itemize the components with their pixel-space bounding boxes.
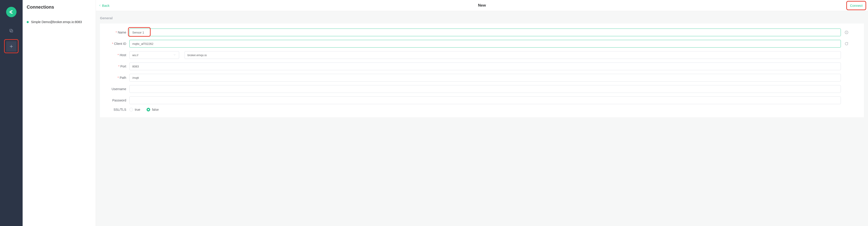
label-host: Host xyxy=(107,53,129,57)
path-input[interactable] xyxy=(129,74,841,82)
connection-label: Simple Demo@broker.emqx.io:8083 xyxy=(31,20,82,24)
logo-icon xyxy=(8,9,14,15)
ssl-true-radio[interactable]: true xyxy=(129,108,140,111)
ssl-false-radio[interactable]: false xyxy=(147,108,159,111)
nav-rail xyxy=(0,0,23,226)
username-input[interactable] xyxy=(129,85,841,93)
connection-item[interactable]: Simple Demo@broker.emqx.io:8083 xyxy=(27,19,92,25)
app-logo xyxy=(6,7,17,17)
topbar: Back New Connect xyxy=(96,0,868,11)
page-title: New xyxy=(478,3,486,8)
refresh-clientid-button[interactable] xyxy=(843,42,850,46)
svg-rect-0 xyxy=(10,30,13,32)
port-input[interactable] xyxy=(129,62,841,70)
label-ssl: SSL/TLS xyxy=(107,108,129,111)
clientid-input[interactable] xyxy=(129,40,841,48)
password-input[interactable] xyxy=(129,96,841,104)
chevron-left-icon xyxy=(99,4,101,7)
svg-point-4 xyxy=(846,32,847,32)
connections-title: Connections xyxy=(27,4,92,10)
ssl-true-label: true xyxy=(135,108,140,111)
form-scroll: General Name Client ID Hos xyxy=(96,11,868,226)
label-clientid: Client ID xyxy=(107,42,129,46)
copy-icon[interactable] xyxy=(7,27,16,35)
label-path: Path xyxy=(107,76,129,80)
section-title-general: General xyxy=(96,11,868,24)
connections-panel: Connections Simple Demo@broker.emqx.io:8… xyxy=(23,0,96,226)
radio-unchecked-icon xyxy=(129,108,133,111)
host-scheme-select[interactable]: ws:// xyxy=(129,51,179,59)
general-card: Name Client ID Host xyxy=(100,24,864,117)
back-button[interactable]: Back xyxy=(99,4,110,7)
refresh-icon xyxy=(844,42,848,46)
radio-checked-icon xyxy=(147,108,150,111)
label-name: Name xyxy=(107,31,129,34)
name-input[interactable] xyxy=(129,29,841,36)
ssl-false-label: false xyxy=(152,108,159,111)
info-icon[interactable] xyxy=(843,30,850,34)
svg-rect-1 xyxy=(10,29,12,31)
plus-icon xyxy=(9,44,14,49)
label-password: Password xyxy=(107,98,129,102)
label-username: Username xyxy=(107,87,129,91)
connect-button[interactable]: Connect xyxy=(848,3,864,8)
main-area: Back New Connect General Name Client ID xyxy=(96,0,868,226)
back-label: Back xyxy=(102,4,110,7)
chevron-down-icon xyxy=(173,53,176,57)
label-port: Port xyxy=(107,64,129,68)
host-scheme-value: ws:// xyxy=(132,53,138,57)
host-input[interactable] xyxy=(185,51,841,59)
new-connection-button[interactable] xyxy=(6,41,17,52)
status-dot-online xyxy=(27,21,29,23)
